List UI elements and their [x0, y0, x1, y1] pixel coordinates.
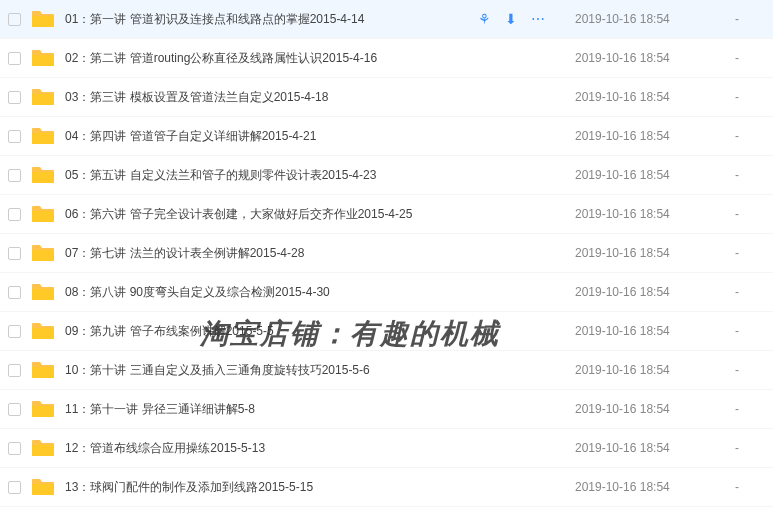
row-checkbox[interactable] — [8, 208, 21, 221]
file-size: - — [735, 90, 765, 104]
file-date: 2019-10-16 18:54 — [575, 441, 735, 455]
folder-icon — [31, 204, 55, 224]
more-icon[interactable]: ⋯ — [531, 11, 545, 27]
file-name[interactable]: 06：第六讲 管子完全设计表创建，大家做好后交齐作业2015-4-25 — [65, 206, 575, 223]
file-size: - — [735, 168, 765, 182]
folder-icon — [31, 477, 55, 497]
file-size: - — [735, 129, 765, 143]
row-checkbox[interactable] — [8, 13, 21, 26]
folder-icon — [31, 399, 55, 419]
file-size: - — [735, 285, 765, 299]
folder-icon — [31, 48, 55, 68]
file-row[interactable]: 13：球阀门配件的制作及添加到线路2015-5-15 2019-10-16 18… — [0, 468, 773, 507]
row-checkbox[interactable] — [8, 286, 21, 299]
file-date: 2019-10-16 18:54 — [575, 363, 735, 377]
file-name[interactable]: 02：第二讲 管道routing公称直径及线路属性认识2015-4-16 — [65, 50, 575, 67]
file-size: - — [735, 441, 765, 455]
file-row[interactable]: 04：第四讲 管道管子自定义详细讲解2015-4-21 2019-10-16 1… — [0, 117, 773, 156]
row-checkbox[interactable] — [8, 481, 21, 494]
file-name[interactable]: 04：第四讲 管道管子自定义详细讲解2015-4-21 — [65, 128, 575, 145]
file-size: - — [735, 246, 765, 260]
row-checkbox[interactable] — [8, 52, 21, 65]
file-date: 2019-10-16 18:54 — [575, 324, 735, 338]
file-date: 2019-10-16 18:54 — [575, 168, 735, 182]
folder-icon — [31, 438, 55, 458]
file-name[interactable]: 12：管道布线综合应用操练2015-5-13 — [65, 440, 575, 457]
file-date: 2019-10-16 18:54 — [575, 12, 735, 26]
download-icon[interactable]: ⬇ — [505, 11, 517, 27]
folder-icon — [31, 126, 55, 146]
row-checkbox[interactable] — [8, 91, 21, 104]
file-row[interactable]: 02：第二讲 管道routing公称直径及线路属性认识2015-4-16 201… — [0, 39, 773, 78]
file-date: 2019-10-16 18:54 — [575, 285, 735, 299]
file-size: - — [735, 207, 765, 221]
file-name[interactable]: 08：第八讲 90度弯头自定义及综合检测2015-4-30 — [65, 284, 575, 301]
file-size: - — [735, 12, 765, 26]
file-row[interactable]: 11：第十一讲 异径三通详细讲解5-8 2019-10-16 18:54 - — [0, 390, 773, 429]
folder-icon — [31, 360, 55, 380]
file-row[interactable]: 08：第八讲 90度弯头自定义及综合检测2015-4-30 2019-10-16… — [0, 273, 773, 312]
file-date: 2019-10-16 18:54 — [575, 402, 735, 416]
file-size: - — [735, 363, 765, 377]
share-icon[interactable]: ⚘ — [478, 11, 491, 27]
row-checkbox[interactable] — [8, 325, 21, 338]
row-checkbox[interactable] — [8, 169, 21, 182]
file-row[interactable]: 03：第三讲 模板设置及管道法兰自定义2015-4-18 2019-10-16 … — [0, 78, 773, 117]
file-row[interactable]: 06：第六讲 管子完全设计表创建，大家做好后交齐作业2015-4-25 2019… — [0, 195, 773, 234]
folder-icon — [31, 9, 55, 29]
file-date: 2019-10-16 18:54 — [575, 207, 735, 221]
row-checkbox[interactable] — [8, 130, 21, 143]
row-checkbox[interactable] — [8, 403, 21, 416]
file-date: 2019-10-16 18:54 — [575, 480, 735, 494]
file-size: - — [735, 402, 765, 416]
file-name[interactable]: 07：第七讲 法兰的设计表全例讲解2015-4-28 — [65, 245, 575, 262]
row-checkbox[interactable] — [8, 247, 21, 260]
folder-icon — [31, 165, 55, 185]
folder-icon — [31, 87, 55, 107]
file-list: 01：第一讲 管道初识及连接点和线路点的掌握2015-4-14 ⚘ ⬇ ⋯ 20… — [0, 0, 773, 507]
file-date: 2019-10-16 18:54 — [575, 90, 735, 104]
file-size: - — [735, 51, 765, 65]
file-row[interactable]: 10：第十讲 三通自定义及插入三通角度旋转技巧2015-5-6 2019-10-… — [0, 351, 773, 390]
file-row[interactable]: 01：第一讲 管道初识及连接点和线路点的掌握2015-4-14 ⚘ ⬇ ⋯ 20… — [0, 0, 773, 39]
file-row[interactable]: 07：第七讲 法兰的设计表全例讲解2015-4-28 2019-10-16 18… — [0, 234, 773, 273]
file-name[interactable]: 05：第五讲 自定义法兰和管子的规则零件设计表2015-4-23 — [65, 167, 575, 184]
file-date: 2019-10-16 18:54 — [575, 51, 735, 65]
file-size: - — [735, 324, 765, 338]
row-checkbox[interactable] — [8, 364, 21, 377]
file-size: - — [735, 480, 765, 494]
file-date: 2019-10-16 18:54 — [575, 246, 735, 260]
folder-icon — [31, 243, 55, 263]
file-name[interactable]: 01：第一讲 管道初识及连接点和线路点的掌握2015-4-14 — [65, 11, 478, 28]
file-date: 2019-10-16 18:54 — [575, 129, 735, 143]
folder-icon — [31, 321, 55, 341]
row-checkbox[interactable] — [8, 442, 21, 455]
file-name[interactable]: 13：球阀门配件的制作及添加到线路2015-5-15 — [65, 479, 575, 496]
file-name[interactable]: 11：第十一讲 异径三通详细讲解5-8 — [65, 401, 575, 418]
file-row[interactable]: 09：第九讲 管子布线案例讲解2015-5-5 2019-10-16 18:54… — [0, 312, 773, 351]
file-row[interactable]: 12：管道布线综合应用操练2015-5-13 2019-10-16 18:54 … — [0, 429, 773, 468]
file-name[interactable]: 03：第三讲 模板设置及管道法兰自定义2015-4-18 — [65, 89, 575, 106]
row-actions: ⚘ ⬇ ⋯ — [478, 11, 545, 27]
file-row[interactable]: 05：第五讲 自定义法兰和管子的规则零件设计表2015-4-23 2019-10… — [0, 156, 773, 195]
file-name[interactable]: 10：第十讲 三通自定义及插入三通角度旋转技巧2015-5-6 — [65, 362, 575, 379]
folder-icon — [31, 282, 55, 302]
file-name[interactable]: 09：第九讲 管子布线案例讲解2015-5-5 — [65, 323, 575, 340]
